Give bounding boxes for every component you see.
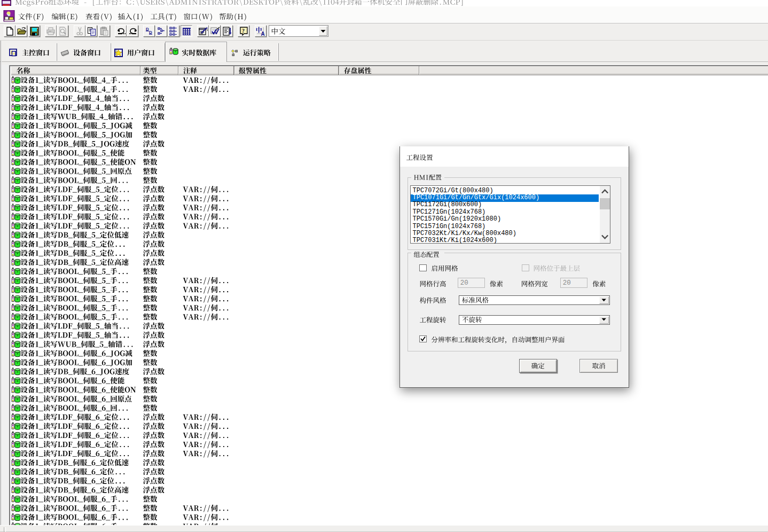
svg-text:A: A <box>261 31 264 37</box>
svg-text:?: ? <box>242 28 245 34</box>
